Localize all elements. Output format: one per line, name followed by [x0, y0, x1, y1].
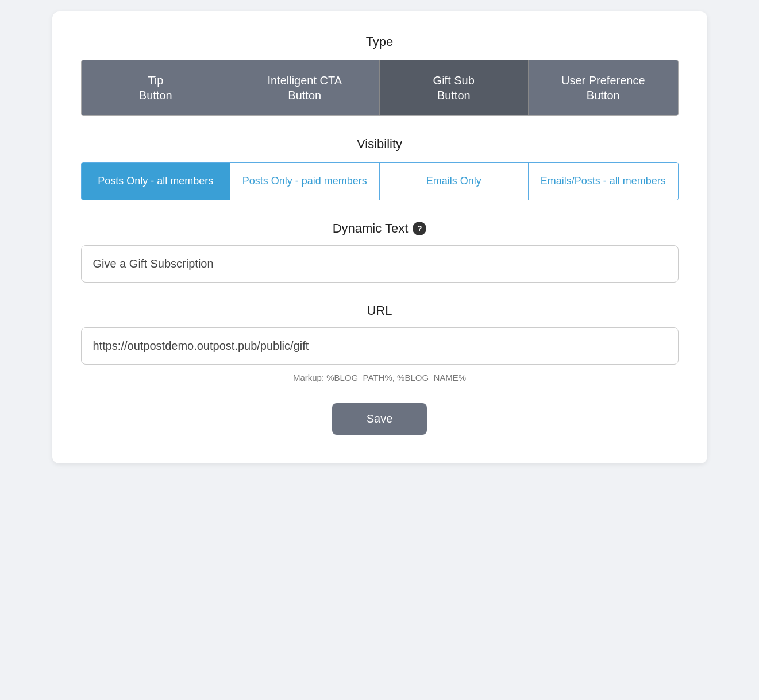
markup-hint: Markup: %BLOG_PATH%, %BLOG_NAME% [81, 373, 679, 382]
dynamic-text-help-icon[interactable]: ? [413, 222, 426, 235]
vis-btn-posts-paid[interactable]: Posts Only - paid members [230, 163, 380, 200]
visibility-section-label: Visibility [81, 137, 679, 152]
save-button-wrapper: Save [81, 403, 679, 435]
type-btn-gift-sub[interactable]: Gift SubButton [380, 60, 529, 115]
url-input[interactable] [81, 327, 679, 365]
save-button[interactable]: Save [332, 403, 427, 435]
type-btn-user-preference[interactable]: User PreferenceButton [529, 60, 678, 115]
vis-btn-emails-posts-all[interactable]: Emails/Posts - all members [529, 163, 678, 200]
type-section-label: Type [81, 34, 679, 49]
vis-btn-posts-all[interactable]: Posts Only - all members [82, 163, 231, 200]
visibility-button-group: Posts Only - all members Posts Only - pa… [81, 162, 679, 200]
vis-btn-emails-only[interactable]: Emails Only [380, 163, 529, 200]
dynamic-text-input[interactable] [81, 245, 679, 283]
url-section-label: URL [81, 303, 679, 318]
type-button-group: TipButton Intelligent CTAButton Gift Sub… [81, 60, 679, 116]
type-btn-intelligent-cta[interactable]: Intelligent CTAButton [230, 60, 380, 115]
main-card: Type TipButton Intelligent CTAButton Gif… [52, 11, 707, 463]
type-btn-tip[interactable]: TipButton [82, 60, 231, 115]
dynamic-text-label: Dynamic Text [333, 221, 409, 236]
dynamic-text-section: Dynamic Text ? [81, 221, 679, 236]
